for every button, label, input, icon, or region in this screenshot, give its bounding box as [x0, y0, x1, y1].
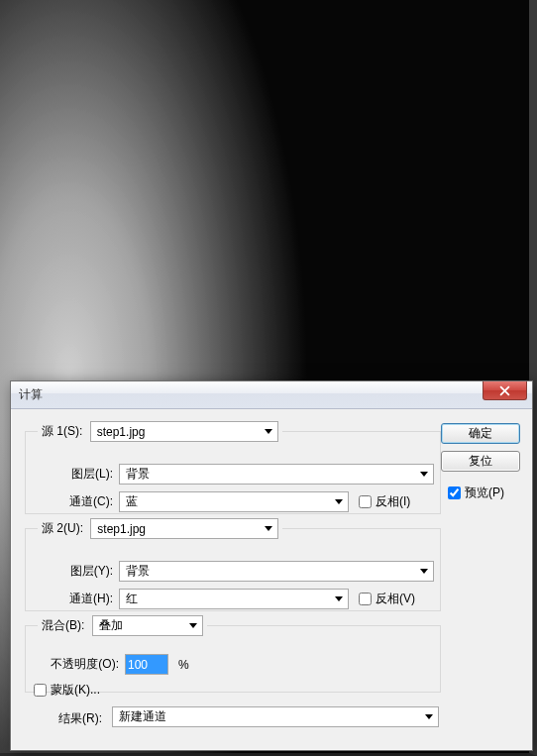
source1-legend: 源 1(S): step1.jpg	[38, 421, 282, 442]
source2-legend: 源 2(U): step1.jpg	[38, 518, 282, 539]
calculations-dialog: 计算 源 1(S): step1.jpg 图层(L): 背景	[10, 380, 533, 751]
chevron-down-icon	[330, 590, 348, 608]
source1-channel-combo[interactable]: 蓝	[119, 491, 349, 512]
result-combo[interactable]: 新建通道	[112, 706, 439, 727]
source2-layer-label: 图层(Y):	[55, 563, 113, 580]
source1-channel-label: 通道(C):	[55, 493, 113, 510]
mask-label: 蒙版(K)...	[51, 682, 100, 699]
source2-channel-value: 红	[126, 591, 138, 607]
source2-layer-value: 背景	[126, 563, 150, 580]
chevron-down-icon	[420, 707, 438, 726]
result-value: 新建通道	[119, 708, 166, 725]
mask-checkbox[interactable]: 蒙版(K)...	[34, 682, 100, 699]
result-label: 结果(R):	[58, 710, 102, 727]
dialog-title: 计算	[19, 386, 43, 403]
titlebar[interactable]: 计算	[11, 381, 532, 409]
source1-file-combo[interactable]: step1.jpg	[90, 421, 278, 442]
ok-button[interactable]: 确定	[441, 423, 520, 444]
source1-group: 源 1(S): step1.jpg 图层(L): 背景 通道(C): 蓝	[25, 421, 441, 514]
opacity-label: 不透明度(O):	[34, 656, 119, 673]
source2-invert-label: 反相(V)	[376, 591, 415, 607]
chevron-down-icon	[260, 519, 277, 538]
source1-channel-value: 蓝	[126, 493, 138, 510]
source1-layer-value: 背景	[126, 466, 150, 483]
blending-mode-combo[interactable]: 叠加	[92, 615, 203, 636]
source2-channel-combo[interactable]: 红	[119, 589, 349, 609]
close-button[interactable]	[483, 381, 527, 400]
source2-file-value: step1.jpg	[97, 522, 146, 536]
chevron-down-icon	[184, 616, 202, 635]
source1-layer-combo[interactable]: 背景	[119, 464, 434, 485]
source1-invert-label: 反相(I)	[376, 493, 410, 510]
source2-file-combo[interactable]: step1.jpg	[90, 518, 278, 539]
source2-invert-checkbox[interactable]: 反相(V)	[359, 591, 415, 607]
blending-mode-value: 叠加	[99, 617, 123, 634]
source1-invert-checkbox[interactable]: 反相(I)	[359, 493, 410, 510]
opacity-value	[126, 655, 167, 674]
blending-group: 混合(B): 叠加 不透明度(O): % 蒙版(K)...	[25, 615, 441, 693]
opacity-input[interactable]	[125, 654, 168, 675]
opacity-unit: %	[178, 658, 189, 672]
blending-legend: 混合(B): 叠加	[38, 615, 207, 636]
chevron-down-icon	[260, 422, 277, 441]
preview-label: 预览(P)	[465, 485, 504, 501]
chevron-down-icon	[415, 562, 433, 581]
source2-channel-label: 通道(H):	[55, 591, 113, 607]
source1-layer-label: 图层(L):	[55, 466, 113, 483]
source1-file-value: step1.jpg	[97, 425, 146, 439]
reset-button[interactable]: 复位	[441, 451, 520, 472]
chevron-down-icon	[330, 492, 348, 511]
preview-checkbox[interactable]: 预览(P)	[448, 485, 504, 501]
source2-layer-combo[interactable]: 背景	[119, 561, 434, 582]
source2-group: 源 2(U): step1.jpg 图层(Y): 背景 通道(H): 红	[25, 518, 441, 611]
chevron-down-icon	[415, 465, 433, 484]
close-icon	[499, 385, 510, 396]
